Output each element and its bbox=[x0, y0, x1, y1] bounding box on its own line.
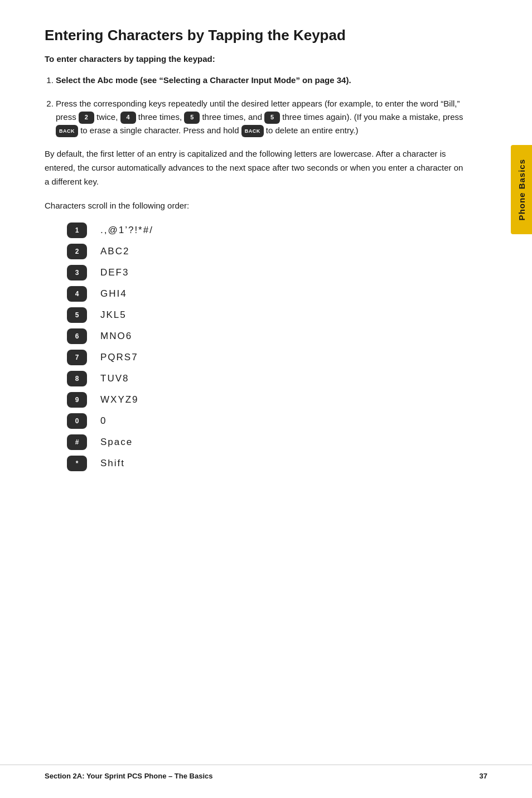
char-key-4: 4 bbox=[67, 286, 87, 302]
char-table: 1.,@1’?!*#/2ABC23DEF34GHI45JKL56MNO67PQR… bbox=[67, 223, 465, 471]
side-tab-text: Phone Basics bbox=[517, 159, 526, 220]
footer-page-number: 37 bbox=[480, 772, 487, 780]
key-badge-4: 4 bbox=[120, 112, 136, 124]
char-value-1: .,@1’?!*#/ bbox=[100, 225, 153, 236]
char-key-*: * bbox=[67, 456, 87, 471]
char-row: #Space bbox=[67, 434, 465, 450]
char-row: 2ABC2 bbox=[67, 244, 465, 259]
char-row: *Shift bbox=[67, 456, 465, 471]
step-1: Select the Abc mode (see “Selecting a Ch… bbox=[56, 74, 465, 87]
char-row: 00 bbox=[67, 413, 465, 429]
body-paragraph-2: Characters scroll in the following order… bbox=[45, 199, 465, 213]
side-tab: Phone Basics bbox=[511, 145, 532, 234]
char-value-9: WXYZ9 bbox=[100, 394, 139, 405]
char-value-3: DEF3 bbox=[100, 267, 129, 278]
steps-list: Select the Abc mode (see “Selecting a Ch… bbox=[56, 74, 465, 137]
step-1-number: Select the Abc mode (see “Selecting a Ch… bbox=[56, 75, 351, 85]
char-value-4: GHI4 bbox=[100, 288, 127, 299]
page-title: Entering Characters by Tapping the Keypa… bbox=[45, 27, 465, 44]
char-row: 7PQRS7 bbox=[67, 350, 465, 365]
key-badge-5b: 5 bbox=[264, 112, 280, 124]
char-value-8: TUV8 bbox=[100, 373, 129, 384]
intro-text: To enter characters by tapping the keypa… bbox=[45, 54, 465, 64]
char-row: 6MNO6 bbox=[67, 328, 465, 344]
char-key-3: 3 bbox=[67, 265, 87, 280]
char-value-#: Space bbox=[100, 437, 133, 448]
char-key-5: 5 bbox=[67, 307, 87, 323]
char-value-*: Shift bbox=[100, 458, 125, 469]
char-row: 4GHI4 bbox=[67, 286, 465, 302]
body-paragraph-1: By default, the first letter of an entry… bbox=[45, 147, 465, 188]
char-value-5: JKL5 bbox=[100, 309, 127, 321]
page-container: Entering Characters by Tapping the Keypa… bbox=[0, 0, 532, 504]
step-2: Press the corresponding keys repeatedly … bbox=[56, 97, 465, 137]
step-1-abc: Abc bbox=[97, 75, 113, 85]
char-key-8: 8 bbox=[67, 371, 87, 386]
char-key-7: 7 bbox=[67, 350, 87, 365]
key-badge-back1: BACK bbox=[56, 125, 78, 137]
char-value-0: 0 bbox=[100, 415, 107, 427]
page-footer: Section 2A: Your Sprint PCS Phone – The … bbox=[0, 765, 532, 780]
char-value-7: PQRS7 bbox=[100, 352, 138, 363]
key-badge-5a: 5 bbox=[184, 112, 200, 124]
key-badge-back2: BACK bbox=[241, 125, 264, 137]
char-row: 9WXYZ9 bbox=[67, 392, 465, 408]
char-key-1: 1 bbox=[67, 223, 87, 238]
char-key-6: 6 bbox=[67, 328, 87, 344]
char-key-#: # bbox=[67, 434, 87, 450]
char-key-2: 2 bbox=[67, 244, 87, 259]
char-value-6: MNO6 bbox=[100, 331, 132, 342]
char-row: 5JKL5 bbox=[67, 307, 465, 323]
key-badge-2: 2 bbox=[79, 112, 94, 124]
char-key-0: 0 bbox=[67, 413, 87, 429]
char-row: 8TUV8 bbox=[67, 371, 465, 386]
char-key-9: 9 bbox=[67, 392, 87, 408]
footer-section: Section 2A: Your Sprint PCS Phone – The … bbox=[45, 772, 212, 780]
char-row: 1.,@1’?!*#/ bbox=[67, 223, 465, 238]
char-value-2: ABC2 bbox=[100, 246, 129, 257]
char-row: 3DEF3 bbox=[67, 265, 465, 280]
